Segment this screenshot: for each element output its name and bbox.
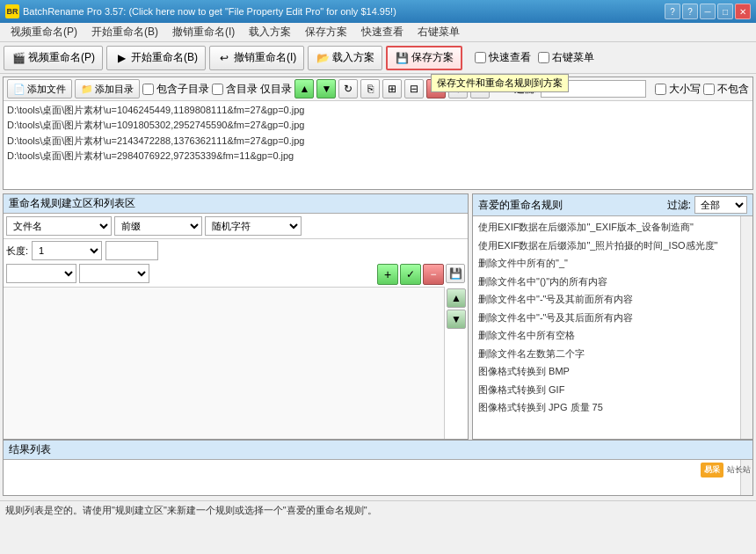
refresh-btn[interactable]: ↻ [338,79,358,98]
fav-item-10[interactable]: 图像格式转换到 JPG 质量 75 [475,398,738,417]
file-entry-3[interactable]: D:\tools\桌面\图片素材\u=2984076922,97235339&f… [5,149,751,164]
quick-check-checkbox[interactable]: 快速查看 [475,50,531,65]
include-only-input[interactable] [212,84,223,95]
rule-down-btn[interactable]: ▼ [447,310,466,329]
include-sub-input[interactable] [142,84,154,95]
case-sensitive-checkbox[interactable]: 大小写 [655,82,701,97]
length-select[interactable]: 1 [32,241,102,260]
fav-item-4[interactable]: 删除文件名中"-"号及其前面所有内容 [475,290,738,309]
rename-video-icon: 🎬 [11,51,25,65]
fav-item-6[interactable]: 删除文件名中所有空格 [475,326,738,345]
minimize-btn[interactable]: ─ [700,4,716,19]
rule-row2: + ✓ − 💾 [4,262,468,287]
rule-type-select[interactable]: 文件名 [6,216,112,236]
nav-down-btn[interactable]: ▼ [316,79,336,98]
info-btn[interactable]: ? [682,4,698,19]
load-icon: 📂 [316,51,330,65]
fav-item-9[interactable]: 图像格式转换到 GIF [475,381,738,399]
rule-sub-select2[interactable] [79,264,149,283]
add-dir-icon: 📁 [81,84,93,95]
menu-undo-rename[interactable]: 撤销重命名(I) [165,23,242,41]
rule-position-select[interactable]: 前缀 [114,216,202,236]
rules-builder: 重命名规则建立区和列表区 文件名 前缀 随机字符 长度: [3,193,469,440]
quick-check-input[interactable] [475,52,486,63]
file-list-area: 📄 添加文件 📁 添加目录 包含子目录 含目录 仅目录 ▲ ▼ ↻ ⎘ ⊞ ⊟ … [3,77,753,190]
add-dir-btn[interactable]: 📁 添加目录 [75,79,140,98]
file-list-content[interactable]: D:\tools\桌面\图片素材\u=1046245449,1189808111… [4,101,752,189]
file-entry-1[interactable]: D:\tools\桌面\图片素材\u=1091805302,2952745590… [5,118,751,133]
fav-item-5[interactable]: 删除文件名中"-"号及其后面所有内容 [475,309,738,327]
add-file-btn[interactable]: 📄 添加文件 [7,79,72,98]
watermark-logo: 易采 [701,463,723,477]
rules-list-area[interactable] [4,287,444,439]
start-rename-icon: ▶ [114,51,128,65]
title-bar: BR BatchRename Pro 3.57: (Click here now… [0,0,756,23]
maximize-btn[interactable]: □ [717,4,733,19]
close-btn[interactable]: ✕ [735,4,751,19]
fav-item-2[interactable]: 删除文件中所有的"_" [475,254,738,273]
rules-builder-header: 重命名规则建立区和列表区 [4,194,468,214]
unknown-btn1[interactable]: ⊞ [382,79,402,98]
not-include-checkbox[interactable]: 不包含 [703,82,749,97]
remove-rule-btn[interactable]: − [423,264,444,285]
save-plan-btn[interactable]: 💾 保存方案 [386,46,462,70]
not-include-input[interactable] [703,84,715,95]
include-only-checkbox[interactable]: 含目录 仅目录 [212,82,292,97]
menu-start-rename[interactable]: 开始重命名(B) [84,23,165,41]
menu-right-menu[interactable]: 右键菜单 [411,23,467,41]
rule-up-btn[interactable]: ▲ [447,288,466,308]
watermark-text: 站长站 [727,464,751,476]
help-btn[interactable]: ? [665,4,680,19]
rules-type-toolbar: 文件名 前缀 随机字符 [4,214,468,239]
menu-quick-view[interactable]: 快速查看 [354,23,411,41]
undo-rename-btn[interactable]: ↩ 撤销重命名(I) [209,46,304,70]
fav-scrollbar[interactable] [740,216,752,439]
rule-sub-select1[interactable] [6,264,76,283]
copy-btn[interactable]: ⎘ [360,79,380,98]
add-file-icon: 📄 [13,84,25,95]
length-input[interactable] [105,241,158,260]
bottom-section: 重命名规则建立区和列表区 文件名 前缀 随机字符 长度: [3,193,753,440]
fav-item-8[interactable]: 图像格式转换到 BMP [475,362,738,381]
result-content[interactable] [4,460,752,495]
rule-content-select[interactable]: 随机字符 [205,216,302,236]
right-menu-input[interactable] [538,52,549,63]
undo-icon: ↩ [217,51,231,65]
menu-save-plan[interactable]: 保存方案 [298,23,354,41]
load-plan-btn[interactable]: 📂 载入方案 [308,46,382,70]
file-entry-0[interactable]: D:\tools\桌面\图片素材\u=1046245449,1189808111… [5,103,751,118]
toolbar: 🎬 视频重命名(P) ▶ 开始重命名(B) ↩ 撤销重命名(I) 📂 载入方案 … [0,42,756,74]
menu-rename-video[interactable]: 视频重命名(P) [4,23,84,41]
result-section: 结果列表 [3,440,753,496]
fav-item-3[interactable]: 删除文件名中"()"内的所有内容 [475,273,738,291]
result-header: 结果列表 [4,441,752,460]
length-row: 长度: 1 [4,239,468,262]
watermark-area: 易采 站长站 [701,463,751,477]
case-sensitive-input[interactable] [655,84,666,95]
rules-mid: ▲ ▼ [4,287,468,439]
fav-item-7[interactable]: 删除文件名左数第二个字 [475,345,738,363]
fav-item-1[interactable]: 使用EXIF数据在后缀添加"_照片拍摄的时间_ISO感光度" [475,237,738,255]
fav-item-0[interactable]: 使用EXIF数据在后缀添加"_EXIF版本_设备制造商" [475,218,738,237]
fav-list[interactable]: 使用EXIF数据在后缀添加"_EXIF版本_设备制造商" 使用EXIF数据在后缀… [473,216,740,439]
title-text: BatchRename Pro 3.57: (Click here now to… [23,6,396,17]
add-rule-btn[interactable]: + [377,264,398,285]
app-icon: BR [5,4,19,18]
file-entry-2[interactable]: D:\tools\桌面\图片素材\u=2143472288,1376362111… [5,134,751,149]
rename-video-btn[interactable]: 🎬 视频重命名(P) [4,46,103,70]
status-text: 规则列表是空的。请使用"规则建立区"来新建一个规则或选择一个"喜爱的重命名规则"… [5,504,377,517]
save-tooltip: 保存文件和重命名规则到方案 [431,74,569,92]
include-sub-checkbox[interactable]: 包含子目录 [142,82,209,97]
save-rule-btn[interactable]: 💾 [446,264,465,283]
window-controls: ? ? ─ □ ✕ [665,4,751,19]
fav-rules: 喜爱的重命名规则 过滤: 全部 使用EXIF数据在后缀添加"_EXIF版本_设备… [472,193,753,440]
fav-filter-select[interactable]: 全部 [694,196,747,214]
right-menu-checkbox[interactable]: 右键菜单 [538,50,594,65]
menu-load-plan[interactable]: 载入方案 [242,23,298,41]
nav-up-btn[interactable]: ▲ [294,79,314,98]
confirm-rule-btn[interactable]: ✓ [400,264,421,285]
fav-filter: 过滤: 全部 [667,196,747,214]
unknown-btn2[interactable]: ⊟ [404,79,424,98]
up-down-btns: ▲ ▼ [444,287,468,439]
start-rename-btn[interactable]: ▶ 开始重命名(B) [106,46,206,70]
